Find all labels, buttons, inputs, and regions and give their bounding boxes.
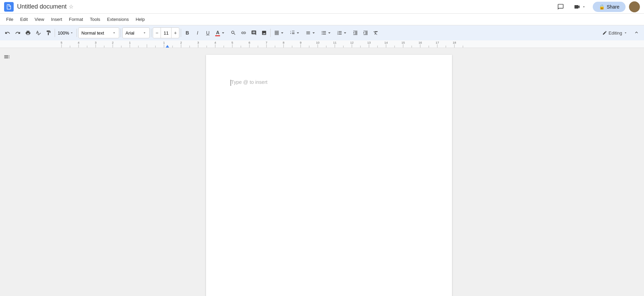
menu-tools[interactable]: Tools [86,15,104,23]
share-label: Share [607,4,619,10]
comment-button[interactable] [554,1,567,13]
decrease-indent-button[interactable] [351,27,360,38]
clear-formatting-button[interactable] [371,27,381,38]
placeholder-text: Type @ to insert [231,79,268,85]
font-size-decrease[interactable]: − [153,28,161,38]
lock-icon: 🔒 [599,4,605,10]
user-avatar[interactable] [629,1,640,12]
app-icon [4,2,14,12]
line-spacing-button[interactable] [288,27,303,38]
outline-toggle-button[interactable] [2,52,12,63]
align-button[interactable] [272,27,287,38]
editing-mode-button[interactable]: Editing [599,29,631,37]
document-content[interactable]: Type @ to insert [231,79,427,296]
font-size-control: − 11 + [153,27,179,38]
underline-button[interactable]: U [203,27,213,38]
divider-3 [121,29,121,37]
document-area[interactable]: Type @ to insert [14,48,644,296]
main-area: Type @ to insert [0,48,644,296]
menu-bar: File Edit View Insert Format Tools Exten… [0,14,644,25]
italic-button[interactable]: I [193,27,202,38]
zoom-value: 100% [58,30,69,36]
document-title[interactable]: Untitled document [17,3,67,10]
style-selector[interactable]: Normal text [78,27,119,38]
divider-2 [77,29,77,37]
style-value: Normal text [81,30,104,36]
sidebar-toggle [0,48,14,296]
redo-button[interactable] [13,27,23,38]
font-value: Arial [125,30,134,36]
highlight-button[interactable] [229,27,238,38]
toolbar: 100% Normal text Arial − 11 + B I U A [0,25,644,40]
document-page[interactable]: Type @ to insert [206,55,452,296]
menu-insert[interactable]: Insert [47,15,66,23]
comment-inline-button[interactable] [249,27,259,38]
undo-button[interactable] [3,27,12,38]
menu-format[interactable]: Format [66,15,86,23]
menu-file[interactable]: File [3,15,17,23]
cursor-area: Type @ to insert [231,79,427,86]
divider-5 [181,29,181,37]
divider-4 [151,29,151,37]
print-button[interactable] [23,27,33,38]
video-call-button[interactable] [570,1,589,12]
font-selector[interactable]: Arial [122,27,150,38]
font-size-value[interactable]: 11 [161,28,172,38]
divider-6 [270,29,271,37]
text-color-letter: A [216,30,219,35]
bold-button[interactable]: B [182,27,192,38]
collapse-toolbar-button[interactable] [632,28,641,38]
menu-view[interactable]: View [31,15,47,23]
image-button[interactable] [259,27,269,38]
divider-1 [55,29,55,37]
title-bar-right: 🔒 Share [554,1,640,13]
spellcheck-button[interactable] [33,27,43,38]
paint-format-button[interactable] [44,27,53,38]
font-size-increase[interactable]: + [172,28,179,38]
menu-extensions[interactable]: Extensions [104,15,132,23]
increase-indent-button[interactable] [361,27,370,38]
share-button[interactable]: 🔒 Share [593,2,626,12]
checklist-button[interactable] [303,27,318,38]
numbered-list-button[interactable] [335,27,350,38]
toolbar-right: Editing [599,28,641,38]
menu-edit[interactable]: Edit [17,15,31,23]
title-bar: Untitled document ☆ 🔒 Share [0,0,644,14]
zoom-selector[interactable]: 100% [56,30,75,36]
ruler-canvas [0,40,644,48]
menu-help[interactable]: Help [132,15,148,23]
star-icon[interactable]: ☆ [69,3,73,10]
editing-mode-label: Editing [608,30,622,36]
bullet-list-button[interactable] [319,27,334,38]
text-color-button[interactable]: A [213,27,228,38]
ruler [0,40,644,48]
link-button[interactable] [239,27,248,38]
